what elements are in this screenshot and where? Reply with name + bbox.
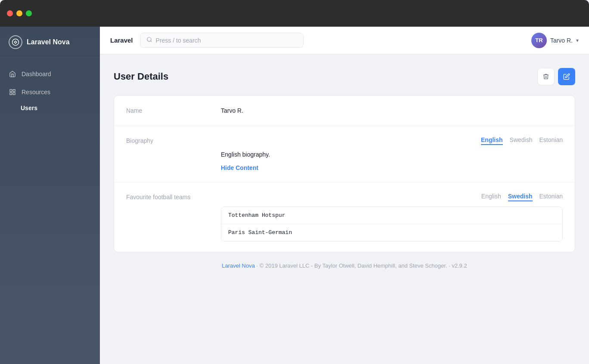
- biography-label: Biography: [126, 136, 221, 144]
- chevron-down-icon: ▾: [576, 37, 579, 43]
- window-chrome: [0, 0, 589, 27]
- page-title: User Details: [114, 71, 168, 82]
- name-row: Name Tarvo R.: [114, 96, 575, 126]
- search-icon: [146, 37, 152, 44]
- name-value: Tarvo R.: [221, 106, 563, 115]
- hide-content-link[interactable]: Hide Content: [221, 164, 258, 171]
- resources-icon: [9, 88, 16, 96]
- svg-line-6: [150, 41, 152, 42]
- football-label: Favourite football teams: [126, 193, 221, 201]
- sidebar-item-dashboard[interactable]: Dashboard: [0, 65, 100, 83]
- svg-rect-1: [10, 89, 12, 92]
- footer-copyright: © 2019 Laravel LLC - By Taylor Otwell, D…: [260, 262, 447, 269]
- traffic-lights: [7, 10, 32, 16]
- minimize-button[interactable]: [16, 10, 22, 16]
- delete-button[interactable]: [537, 68, 555, 85]
- maximize-button[interactable]: [26, 10, 32, 16]
- svg-rect-3: [13, 93, 15, 95]
- main-scroll: User Details: [100, 54, 589, 364]
- logo-text: Laravel Nova: [27, 38, 70, 46]
- football-value-wrap: English Swedish Estonian Tottenham Hotsp…: [221, 193, 563, 241]
- topbar: Laravel Press / to search TR Tarvo R. ▾: [100, 27, 589, 54]
- list-item: Paris Saint-Germain: [221, 224, 562, 241]
- user-menu[interactable]: TR Tarvo R. ▾: [531, 33, 579, 48]
- football-lang-tab-swedish[interactable]: Swedish: [508, 193, 533, 201]
- avatar: TR: [531, 33, 547, 48]
- search-placeholder: Press / to search: [156, 37, 201, 44]
- search-bar[interactable]: Press / to search: [140, 33, 304, 48]
- biography-value: English biography.: [221, 150, 563, 159]
- sidebar: Laravel Nova Dashboard: [0, 27, 100, 364]
- edit-button[interactable]: [558, 68, 575, 85]
- page-header: User Details: [114, 68, 575, 85]
- svg-point-0: [12, 39, 19, 46]
- name-label: Name: [126, 106, 221, 114]
- football-row: Favourite football teams English Swedish…: [114, 182, 575, 252]
- page-content: User Details: [100, 54, 589, 293]
- logo-icon: [9, 35, 22, 49]
- svg-rect-2: [13, 89, 15, 92]
- biography-lang-tab-swedish[interactable]: Swedish: [510, 136, 533, 145]
- football-lang-tabs: English Swedish Estonian: [221, 193, 563, 201]
- sidebar-navigation: Dashboard Resources Users: [0, 58, 100, 122]
- detail-card: Name Tarvo R. Biography English Swedish: [114, 96, 575, 252]
- biography-lang-tab-estonian[interactable]: Estonian: [539, 136, 563, 145]
- sidebar-item-resources[interactable]: Resources: [0, 83, 100, 101]
- footer: Laravel Nova · © 2019 Laravel LLC - By T…: [114, 252, 575, 279]
- sidebar-item-users[interactable]: Users: [0, 101, 100, 115]
- action-buttons: [537, 68, 575, 85]
- topbar-title: Laravel: [110, 37, 133, 44]
- main-area: Laravel Press / to search TR Tarvo R. ▾: [100, 27, 589, 364]
- sidebar-item-label-dashboard: Dashboard: [22, 71, 51, 77]
- biography-lang-tabs: English Swedish Estonian: [221, 136, 563, 145]
- sidebar-item-label-resources: Resources: [22, 89, 50, 96]
- list-item: Tottenham Hotspur: [221, 207, 562, 224]
- user-name: Tarvo R.: [550, 37, 573, 44]
- svg-rect-4: [10, 93, 12, 95]
- footer-link[interactable]: Laravel Nova: [222, 262, 255, 269]
- biography-lang-tab-english[interactable]: English: [481, 136, 503, 145]
- home-icon: [9, 70, 16, 78]
- close-button[interactable]: [7, 10, 13, 16]
- sidebar-item-label-users: Users: [21, 105, 37, 111]
- biography-value-wrap: English Swedish Estonian English biograp…: [221, 136, 563, 172]
- sidebar-logo[interactable]: Laravel Nova: [0, 27, 100, 58]
- footer-separator: ·: [257, 262, 260, 269]
- name-value-wrap: Tarvo R.: [221, 106, 563, 115]
- football-lang-tab-english[interactable]: English: [481, 193, 501, 201]
- football-lang-tab-estonian[interactable]: Estonian: [539, 193, 563, 201]
- svg-point-5: [147, 37, 151, 41]
- biography-row: Biography English Swedish Estonian Engli…: [114, 126, 575, 182]
- footer-version: v2.9.2: [452, 262, 467, 269]
- teams-list: Tottenham Hotspur Paris Saint-Germain: [221, 207, 563, 241]
- app-layout: Laravel Nova Dashboard: [0, 27, 589, 364]
